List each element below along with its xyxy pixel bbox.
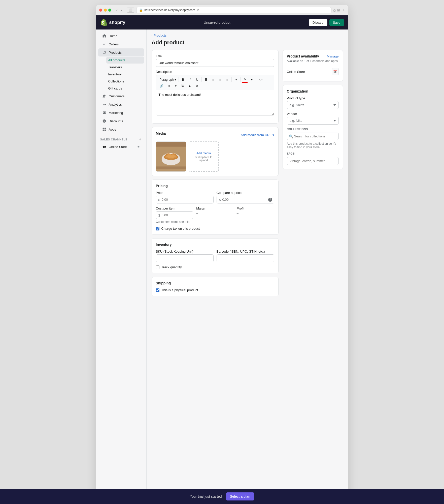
vendor-label: Vendor xyxy=(287,112,339,116)
svg-rect-3 xyxy=(103,130,104,131)
title-label: Title xyxy=(156,54,274,58)
calendar-icon[interactable]: 📅 xyxy=(332,68,339,75)
compare-price-input[interactable] xyxy=(217,196,274,203)
toolbar-code[interactable]: <> xyxy=(257,77,264,82)
toolbar-align-center[interactable]: ≡ xyxy=(210,77,216,82)
toolbar-table-arrow[interactable]: ▾ xyxy=(173,83,179,89)
toolbar-align-left[interactable]: ☰ xyxy=(203,77,209,82)
media-grid: Add media or drop files to upload xyxy=(156,141,274,172)
toolbar-paragraph[interactable]: Paragraph ▾ xyxy=(158,77,178,82)
breadcrumb[interactable]: ‹ Products xyxy=(152,34,343,37)
home-icon xyxy=(102,34,106,38)
media-upload-dropzone[interactable]: Add media or drop files to upload xyxy=(189,141,219,172)
cost-input[interactable] xyxy=(156,211,193,219)
content-main: Title Description Paragraph ▾ xyxy=(152,50,279,296)
barcode-label: Barcode (ISBN, UPC, GTIN, etc.) xyxy=(217,250,274,253)
sidebar-label-marketing: Marketing xyxy=(109,111,123,115)
sidebar-sub-gift-cards[interactable]: Gift cards xyxy=(106,85,144,92)
barcode-input[interactable] xyxy=(217,254,274,262)
sidebar-item-discounts[interactable]: Discounts xyxy=(98,117,144,125)
sku-input[interactable] xyxy=(156,254,214,262)
svg-rect-1 xyxy=(103,128,104,129)
toolbar-table[interactable]: ⊞ xyxy=(165,83,172,89)
orders-icon xyxy=(102,42,106,46)
sidebar-item-marketing[interactable]: Marketing xyxy=(98,109,144,117)
sidebar-sub-transfers[interactable]: Transfers xyxy=(106,64,144,71)
description-textarea[interactable]: The most delicious croissant! xyxy=(156,90,274,115)
toolbar-underline[interactable]: U xyxy=(194,77,200,82)
sidebar-item-products[interactable]: Products xyxy=(98,48,144,56)
maximize-button[interactable] xyxy=(108,9,111,12)
charge-tax-label: Charge tax on this product xyxy=(161,227,200,230)
media-item-croissant[interactable] xyxy=(156,141,186,172)
lock-icon: 🔒 xyxy=(139,8,143,12)
toolbar-alt[interactable]: ⊘ xyxy=(194,83,200,89)
toolbar-text-color[interactable]: A xyxy=(242,76,248,83)
select-plan-button[interactable]: Select a plan xyxy=(226,492,254,500)
toolbar-link[interactable]: 🔗 xyxy=(158,83,165,89)
cost-note: Customers won't see this xyxy=(156,220,193,224)
sidebar-sub-all-products[interactable]: All products xyxy=(106,57,144,64)
discard-button[interactable]: Discard xyxy=(309,19,327,26)
profit-group: Profit – xyxy=(237,206,274,215)
add-media-url-button[interactable]: Add media from URL ▾ xyxy=(241,133,274,137)
compare-price-wrapper: $ ? xyxy=(217,196,274,203)
cost-group: Cost per item $ Customers won't see this xyxy=(156,206,193,224)
visibility-icon[interactable]: 👁 xyxy=(137,145,140,149)
reload-button[interactable]: ↺ xyxy=(197,8,200,12)
croissant-image xyxy=(156,141,186,172)
collections-search-input[interactable] xyxy=(287,133,339,140)
back-button[interactable]: ‹ xyxy=(115,7,119,13)
share-button[interactable]: ⎙ xyxy=(333,8,335,12)
media-title: Media xyxy=(156,131,166,135)
toolbar-italic[interactable]: I xyxy=(187,77,193,82)
sidebar-sub-collections[interactable]: Collections xyxy=(106,78,144,85)
toolbar-image[interactable]: 🖼 xyxy=(180,83,186,89)
charge-tax-checkbox[interactable] xyxy=(156,227,159,230)
browser-tabs: ⬜ xyxy=(127,8,134,13)
price-input[interactable] xyxy=(156,196,214,203)
title-input[interactable] xyxy=(156,59,274,67)
toolbar-text-color-arrow[interactable]: ▾ xyxy=(249,77,255,82)
price-label: Price xyxy=(156,191,214,195)
sidebar-sub-inventory[interactable]: Inventory xyxy=(106,71,144,78)
shipping-title: Shipping xyxy=(156,281,274,285)
online-store-label: Online Store xyxy=(109,145,127,149)
save-button[interactable]: Save xyxy=(329,19,344,26)
tags-input[interactable] xyxy=(287,157,339,165)
compare-price-group: Compare at price $ ? xyxy=(217,191,274,203)
toolbar-indent[interactable]: ⇥ xyxy=(233,77,239,82)
sidebar-item-customers[interactable]: Customers xyxy=(98,92,144,100)
sidebar-item-online-store[interactable]: Online Store 👁 xyxy=(98,143,144,150)
track-qty-checkbox[interactable] xyxy=(156,265,159,269)
toolbar-align-justify[interactable]: ≡ xyxy=(224,77,230,82)
physical-product-checkbox[interactable] xyxy=(156,288,159,292)
minimize-button[interactable] xyxy=(104,9,107,12)
manage-link[interactable]: Manage xyxy=(327,54,339,58)
channel-row-online-store: Online Store 📅 xyxy=(287,66,339,77)
toolbar-align-right[interactable]: ≡ xyxy=(217,77,223,82)
toolbar-video[interactable]: ▶ xyxy=(187,83,193,89)
add-channel-button[interactable]: ＋ xyxy=(138,137,142,142)
media-card: Media Add media from URL ▾ xyxy=(152,127,279,176)
product-type-select[interactable]: e.g. Shirts xyxy=(287,101,339,109)
browser-chrome: ‹ › ⬜ 🔒 katiescafelocaldelivery.myshopif… xyxy=(96,5,348,15)
compare-help-icon[interactable]: ? xyxy=(268,198,272,202)
svg-rect-2 xyxy=(104,128,106,129)
plus-button[interactable]: ＋ xyxy=(341,8,345,12)
toolbar-bold[interactable]: B xyxy=(180,77,186,82)
collections-section: COLLECTIONS 🔍 Add this product to a coll… xyxy=(287,128,339,149)
sidebar-label-apps: Apps xyxy=(109,128,116,131)
sidebar-item-apps[interactable]: Apps xyxy=(98,125,144,133)
tab-button[interactable]: ⬜ xyxy=(127,8,134,13)
new-tab-button[interactable]: ⊞ xyxy=(337,8,340,12)
url-text: katiescafelocaldelivery.myshopify.com xyxy=(144,8,195,12)
close-button[interactable] xyxy=(99,9,102,12)
sidebar-item-analytics[interactable]: Analytics xyxy=(98,100,144,108)
vendor-select[interactable]: e.g. Nike xyxy=(287,117,339,125)
sku-label: SKU (Stock Keeping Unit) xyxy=(156,250,214,253)
sidebar-item-home[interactable]: Home xyxy=(98,32,144,40)
sidebar-item-orders[interactable]: Orders xyxy=(98,40,144,48)
upload-label: Add media xyxy=(196,152,211,155)
forward-button[interactable]: › xyxy=(120,7,123,13)
